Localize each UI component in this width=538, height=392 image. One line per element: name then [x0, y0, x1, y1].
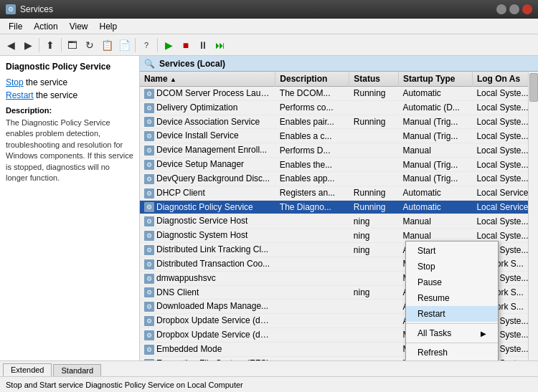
- cell-name: ⚙dmwappushsvc: [140, 271, 275, 285]
- context-menu-item-stop[interactable]: Stop: [406, 259, 498, 274]
- table-row[interactable]: ⚙Device Install Service Enables a c... M…: [140, 129, 538, 143]
- table-row[interactable]: ⚙DCOM Server Process Laun... The DCOM...…: [140, 87, 538, 101]
- restart-link[interactable]: Restart: [6, 90, 34, 100]
- cell-desc: [275, 229, 349, 243]
- service-icon: ⚙: [144, 216, 154, 226]
- cell-startup: Automatic (D...: [398, 100, 472, 115]
- cell-status: ning: [349, 243, 399, 257]
- col-header-name[interactable]: Name ▲: [140, 72, 275, 87]
- cell-desc: [275, 285, 349, 300]
- pause-button[interactable]: ⏸: [195, 37, 211, 53]
- maximize-button[interactable]: [509, 4, 519, 14]
- ctx-item-label: Start: [417, 246, 435, 256]
- context-menu-item-refresh[interactable]: Refresh: [406, 345, 498, 360]
- cell-desc: Enables the...: [275, 158, 349, 172]
- stop-link[interactable]: Stop: [6, 77, 24, 87]
- toolbar: ◀ ▶ ⬆ 🗔 ↻ 📋 📄 ? ▶ ■ ⏸ ⏭: [0, 34, 538, 56]
- cell-name: ⚙Diagnostic Service Host: [140, 214, 275, 229]
- stop-button[interactable]: ■: [178, 37, 194, 53]
- scrollbar-thumb[interactable]: [529, 73, 538, 102]
- export-button[interactable]: 📋: [99, 37, 115, 53]
- cell-desc: Performs D...: [275, 143, 349, 158]
- cell-desc: [275, 214, 349, 229]
- ctx-item-label: Resume: [417, 293, 450, 303]
- cell-startup: Manual (Trig...: [398, 171, 472, 186]
- tab-extended[interactable]: Extended: [3, 363, 52, 376]
- cell-status: ning: [349, 285, 399, 300]
- table-row[interactable]: ⚙Device Association Service Enables pair…: [140, 115, 538, 129]
- table-row[interactable]: ⚙DevQuery Background Disc... Enables app…: [140, 171, 538, 186]
- cell-status: [349, 158, 399, 172]
- cell-name: ⚙Encrypting File System (EFS): [140, 356, 275, 360]
- table-row[interactable]: ⚙Device Management Enroll... Performs D.…: [140, 143, 538, 158]
- cell-status: [349, 100, 399, 115]
- desc-text: The Diagnostic Policy Service enables pr…: [6, 118, 133, 183]
- table-row[interactable]: ⚙Delivery Optimization Performs co... Au…: [140, 100, 538, 115]
- cell-name: ⚙Diagnostic Policy Service: [140, 200, 275, 214]
- cell-desc: The DCOM...: [275, 87, 349, 101]
- toolbar-sep-3: [135, 38, 136, 52]
- cell-status: [349, 328, 399, 343]
- col-header-status[interactable]: Status: [349, 72, 399, 87]
- cell-name: ⚙Downloaded Maps Manage...: [140, 300, 275, 314]
- cell-status: [349, 171, 399, 186]
- minimize-button[interactable]: [496, 4, 506, 14]
- help-button[interactable]: ?: [138, 37, 154, 53]
- properties-button[interactable]: 📄: [116, 37, 132, 53]
- cell-name: ⚙Device Association Service: [140, 115, 275, 129]
- cell-name: ⚙Delivery Optimization: [140, 100, 275, 115]
- context-menu: StartStopPauseResumeRestartAll Tasks▶Ref…: [405, 241, 499, 360]
- tab-standard[interactable]: Standard: [53, 364, 101, 376]
- service-icon: ⚙: [144, 145, 154, 156]
- cell-desc: The Diagno...: [275, 200, 349, 214]
- col-header-desc[interactable]: Description: [275, 72, 349, 87]
- left-panel: Diagnostic Policy Service Stop the servi…: [0, 56, 140, 360]
- up-button[interactable]: ⬆: [42, 37, 58, 53]
- table-row[interactable]: ⚙Diagnostic Policy Service The Diagno...…: [140, 200, 538, 214]
- cell-name: ⚙DCOM Server Process Laun...: [140, 87, 275, 101]
- context-menu-item-all-tasks[interactable]: All Tasks▶: [406, 325, 498, 341]
- cell-desc: Enables a c...: [275, 129, 349, 143]
- restart-button[interactable]: ⏭: [212, 37, 228, 53]
- service-icon: ⚙: [144, 188, 154, 199]
- scrollbar-track[interactable]: [528, 72, 538, 360]
- context-menu-item-restart[interactable]: Restart: [406, 306, 498, 322]
- menu-file[interactable]: File: [3, 20, 28, 33]
- ctx-item-label: All Tasks: [417, 328, 451, 338]
- cell-desc: [275, 342, 349, 356]
- menu-action[interactable]: Action: [28, 20, 63, 33]
- context-menu-item-pause[interactable]: Pause: [406, 274, 498, 290]
- play-button[interactable]: ▶: [161, 37, 176, 53]
- submenu-arrow: ▶: [481, 330, 486, 338]
- cell-name: ⚙Dropbox Update Service (db...: [140, 328, 275, 343]
- menu-view[interactable]: View: [64, 20, 94, 33]
- back-button[interactable]: ◀: [3, 37, 19, 53]
- service-icon: ⚙: [144, 89, 154, 99]
- context-menu-item-start[interactable]: Start: [406, 243, 498, 259]
- cell-desc: [275, 271, 349, 285]
- table-row[interactable]: ⚙Device Setup Manager Enables the... Man…: [140, 158, 538, 172]
- show-hide-button[interactable]: 🗔: [65, 37, 80, 53]
- table-row[interactable]: ⚙Diagnostic Service Host ning Manual Loc…: [140, 214, 538, 229]
- cell-desc: [275, 314, 349, 328]
- service-icon: ⚙: [144, 245, 154, 255]
- service-icon: ⚙: [144, 316, 154, 326]
- service-icon: ⚙: [144, 160, 154, 170]
- menu-help[interactable]: Help: [94, 20, 123, 33]
- table-row[interactable]: ⚙DHCP Client Registers an... Running Aut…: [140, 186, 538, 200]
- refresh-button[interactable]: ↻: [82, 37, 98, 53]
- cell-desc: [275, 356, 349, 360]
- cell-desc: Enables pair...: [275, 115, 349, 129]
- context-menu-item-resume[interactable]: Resume: [406, 290, 498, 306]
- service-icon: ⚙: [144, 202, 154, 212]
- forward-button[interactable]: ▶: [20, 37, 36, 53]
- cell-name: ⚙Device Install Service: [140, 129, 275, 143]
- desc-label: Description:: [6, 106, 133, 115]
- search-bar: 🔍 Services (Local): [140, 56, 538, 72]
- cell-status: [349, 356, 399, 360]
- toolbar-sep-2: [61, 38, 62, 52]
- close-button[interactable]: [522, 4, 532, 14]
- cell-name: ⚙Embedded Mode: [140, 342, 275, 356]
- col-header-startup[interactable]: Startup Type: [398, 72, 472, 87]
- cell-status: [349, 342, 399, 356]
